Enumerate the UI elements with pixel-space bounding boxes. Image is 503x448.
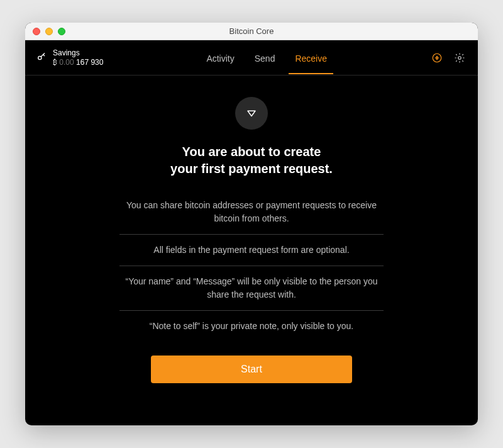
tab-send[interactable]: Send bbox=[252, 42, 278, 74]
headline: You are about to create your first payme… bbox=[170, 143, 333, 177]
main-content: You are about to create your first payme… bbox=[25, 76, 478, 425]
wallet-name: Savings bbox=[53, 48, 103, 57]
titlebar: Bitcoin Core bbox=[25, 23, 478, 40]
wallet-balance: ₿ 0.00 167 930 bbox=[53, 58, 103, 67]
tab-receive[interactable]: Receive bbox=[292, 42, 329, 74]
window-maximize-button[interactable] bbox=[58, 28, 65, 35]
key-icon bbox=[36, 52, 47, 64]
settings-button[interactable] bbox=[453, 51, 467, 65]
receive-hero-icon bbox=[235, 97, 268, 130]
network-status-icon[interactable] bbox=[430, 51, 444, 65]
app-window: Bitcoin Core Savings ₿ 0.00 167 930 Acti… bbox=[25, 23, 478, 425]
info-item-2: All fields in the payment request form a… bbox=[119, 235, 384, 266]
wallet-selector[interactable]: Savings ₿ 0.00 167 930 bbox=[36, 48, 103, 67]
svg-point-2 bbox=[458, 56, 462, 59]
nav-tabs: Activity Send Receive bbox=[103, 42, 430, 74]
topbar-right bbox=[430, 51, 467, 65]
headline-line2: your first payment request. bbox=[170, 160, 333, 177]
info-item-3: “Your name” and “Message” will be only v… bbox=[119, 266, 384, 311]
window-close-button[interactable] bbox=[33, 28, 40, 35]
window-title: Bitcoin Core bbox=[25, 26, 478, 36]
window-minimize-button[interactable] bbox=[45, 28, 53, 35]
topbar: Savings ₿ 0.00 167 930 Activity Send Rec… bbox=[25, 40, 478, 76]
wallet-text: Savings ₿ 0.00 167 930 bbox=[53, 48, 103, 67]
traffic-lights bbox=[33, 28, 65, 35]
info-block: You can share bitcoin addresses or payme… bbox=[119, 190, 384, 342]
start-button[interactable]: Start bbox=[151, 356, 352, 383]
tab-activity[interactable]: Activity bbox=[204, 42, 236, 74]
headline-line1: You are about to create bbox=[170, 143, 333, 160]
info-item-1: You can share bitcoin addresses or payme… bbox=[119, 190, 384, 235]
info-item-4: “Note to self” is your private note, onl… bbox=[119, 311, 384, 342]
